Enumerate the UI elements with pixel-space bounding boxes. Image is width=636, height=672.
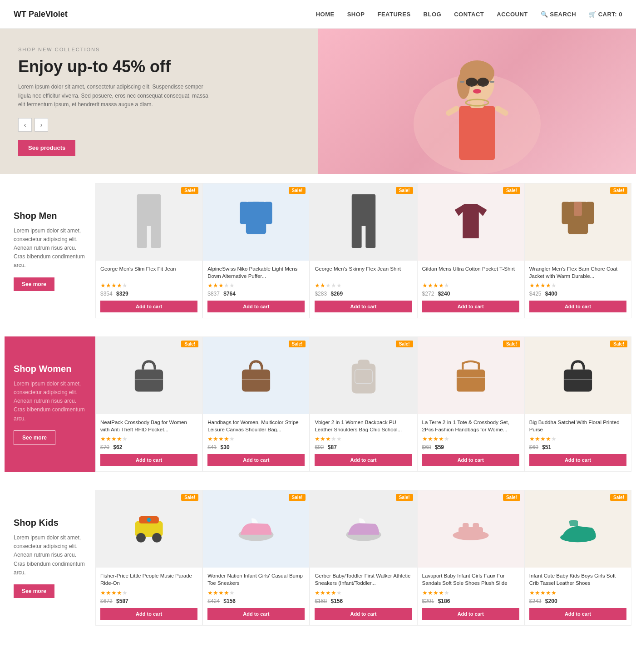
product-image-area: Sale!: [418, 337, 524, 414]
cart-icon: 🛒: [589, 11, 597, 18]
star-2: ★: [428, 282, 433, 289]
product-name: George Men's Slim Flex Fit Jean: [100, 265, 197, 280]
product-stars: ★★★★★: [529, 435, 626, 442]
product-price-old: $243: [529, 598, 542, 604]
star-5: ★: [551, 282, 557, 289]
star-4: ★: [117, 282, 122, 289]
product-price-new: $240: [438, 291, 450, 297]
sale-badge: Sale!: [610, 187, 627, 194]
star-1: ★: [529, 282, 535, 289]
product-card: Sale! Wrangler Men's Flex Barn Chore Coa…: [524, 183, 631, 318]
add-to-cart-button[interactable]: Add to cart: [315, 301, 412, 312]
svg-rect-19: [240, 202, 248, 224]
nav-cart[interactable]: 🛒 CART: 0: [589, 11, 622, 18]
product-image: [203, 183, 309, 261]
product-image: [418, 490, 524, 568]
product-name: NeatPack Crossbody Bag for Women with An…: [100, 419, 197, 433]
star-1: ★: [422, 435, 428, 442]
add-to-cart-button[interactable]: Add to cart: [422, 608, 519, 620]
hero-arrows: ‹ ›: [18, 118, 300, 132]
product-name: Wonder Nation Infant Girls' Casual Bump …: [207, 572, 305, 587]
women-section-info: Shop Women Lorem ipsum dolor sit amet, c…: [5, 336, 95, 472]
men-section-desc: Lorem ipsum dolor sit amet, consectetur …: [14, 227, 86, 270]
product-price-new: $329: [116, 291, 128, 297]
nav-search[interactable]: 🔍 SEARCH: [541, 11, 576, 18]
star-4: ★: [224, 589, 229, 596]
nav-contact[interactable]: CONTACT: [454, 11, 484, 18]
add-to-cart-button[interactable]: Add to cart: [529, 454, 626, 466]
product-price: $272 $240: [422, 291, 519, 297]
svg-rect-20: [264, 202, 272, 224]
star-5: ★: [444, 282, 449, 289]
add-to-cart-button[interactable]: Add to cart: [529, 608, 626, 620]
product-price-new: $30: [221, 444, 230, 450]
men-see-more-button[interactable]: See more: [14, 277, 54, 291]
women-section-title: Shop Women: [14, 364, 86, 374]
product-name: George Men's Skinny Flex Jean Shirt: [315, 265, 412, 280]
hero-cta-button[interactable]: See products: [18, 140, 75, 156]
product-price-old: $354: [100, 291, 113, 297]
star-1: ★: [315, 282, 320, 289]
product-image-area: Sale!: [310, 183, 416, 261]
svg-rect-16: [137, 224, 147, 248]
sale-badge: Sale!: [289, 187, 306, 194]
add-to-cart-button[interactable]: Add to cart: [422, 301, 519, 312]
product-price-old: $272: [422, 291, 434, 297]
nav-blog[interactable]: BLOG: [424, 11, 442, 18]
svg-rect-34: [242, 370, 270, 392]
product-card: Sale! Wonder Nation Infant Girls' Casual…: [202, 490, 310, 625]
add-to-cart-button[interactable]: Add to cart: [100, 454, 197, 466]
hero-prev-button[interactable]: ‹: [18, 118, 32, 132]
star-3: ★: [111, 589, 117, 596]
product-image: [525, 337, 631, 414]
product-image: [418, 337, 524, 414]
product-price-new: $269: [330, 291, 343, 297]
svg-rect-32: [135, 370, 163, 392]
product-image-area: Sale!: [203, 183, 309, 261]
search-icon: 🔍: [541, 11, 548, 18]
men-products-grid: Sale! George Men's Slim Flex Fit Jean ★★…: [95, 183, 631, 318]
star-2: ★: [320, 282, 325, 289]
sale-badge: Sale!: [289, 494, 306, 501]
product-price: $354 $329: [100, 291, 197, 297]
svg-rect-1: [459, 106, 495, 160]
product-info: George Men's Slim Flex Fit Jean ★★★★★ $3…: [96, 261, 202, 301]
hero-next-button[interactable]: ›: [35, 118, 48, 132]
star-3: ★: [218, 435, 224, 442]
product-info: Big Buddha Satchel With Floral Printed P…: [525, 414, 631, 454]
star-3: ★: [218, 589, 224, 596]
product-price-new: $156: [330, 598, 343, 604]
star-3: ★: [433, 435, 439, 442]
add-to-cart-button[interactable]: Add to cart: [207, 301, 305, 312]
women-see-more-button[interactable]: See more: [14, 430, 55, 445]
kids-see-more-button[interactable]: See more: [14, 584, 54, 598]
nav-shop[interactable]: SHOP: [347, 11, 365, 18]
add-to-cart-button[interactable]: Add to cart: [529, 301, 626, 312]
nav-account[interactable]: ACCOUNT: [497, 11, 528, 18]
product-image-area: Sale!: [96, 183, 202, 261]
add-to-cart-button[interactable]: Add to cart: [207, 608, 305, 620]
product-info: George Men's Skinny Flex Jean Shirt ★★★★…: [310, 261, 416, 301]
add-to-cart-button[interactable]: Add to cart: [422, 454, 519, 466]
product-price: $92 $87: [315, 444, 412, 450]
add-to-cart-button[interactable]: Add to cart: [100, 301, 197, 312]
svg-rect-37: [357, 360, 369, 368]
add-to-cart-button[interactable]: Add to cart: [100, 608, 197, 620]
add-to-cart-button[interactable]: Add to cart: [207, 454, 305, 466]
sale-badge: Sale!: [396, 341, 413, 347]
product-price: $69 $51: [529, 444, 626, 450]
star-1: ★: [529, 589, 535, 596]
add-to-cart-button[interactable]: Add to cart: [315, 608, 412, 620]
add-to-cart-button[interactable]: Add to cart: [315, 454, 412, 466]
product-name: Infant Cute Baby Kids Boys Girls Soft Cr…: [529, 572, 626, 587]
site-logo[interactable]: WT PaleViolet: [14, 10, 68, 19]
nav-features[interactable]: FEATURES: [377, 11, 410, 18]
product-price-old: $92: [315, 444, 324, 450]
svg-point-47: [147, 518, 151, 522]
shop-men-section: Shop Men Lorem ipsum dolor sit amet, con…: [0, 174, 636, 327]
nav-home[interactable]: HOME: [316, 11, 335, 18]
product-price-old: $672: [100, 598, 113, 604]
product-price-old: $70: [100, 444, 109, 450]
women-products-grid: Sale! NeatPack Crossbody Bag for Women w…: [95, 336, 631, 472]
product-price: $68 $59: [422, 444, 519, 450]
